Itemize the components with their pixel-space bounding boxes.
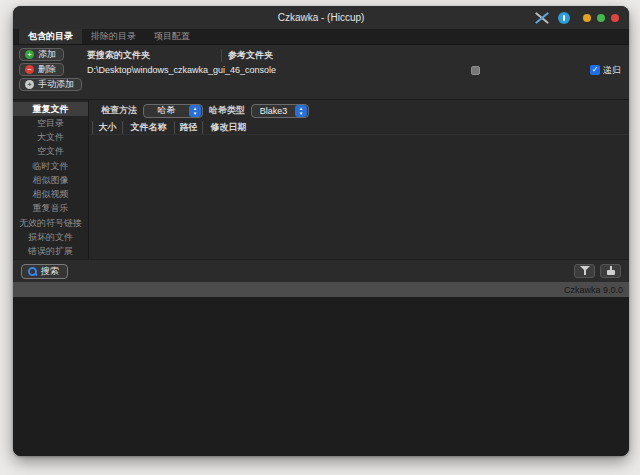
check-method-label: 检查方法 — [101, 104, 137, 117]
funnel-icon — [579, 266, 591, 276]
add-label: 添加 — [38, 48, 56, 61]
brush-button[interactable] — [600, 264, 621, 278]
recursive-label: 递归 — [603, 64, 621, 77]
title-bar: Czkawka - (Hiccup) — [13, 6, 629, 29]
log-panel[interactable] — [13, 297, 629, 456]
filter-button[interactable] — [574, 264, 595, 278]
sidebar-item-duplicate-files[interactable]: 重复文件 — [13, 102, 88, 116]
included-directories-table: 要搜索的文件夹 参考文件夹 D:\Desktop\windows_czkawka… — [83, 45, 629, 99]
hash-type-select[interactable]: Blake3 ▴▾ — [251, 104, 309, 118]
minimize-dot-icon[interactable] — [583, 14, 591, 22]
window-title: Czkawka - (Hiccup) — [278, 12, 365, 23]
check-method-select[interactable]: 哈希 ▴▾ — [143, 104, 203, 118]
recursive-option: ✓ 递归 — [563, 64, 629, 77]
minus-circle-icon: − — [25, 65, 34, 74]
stepper-icon[interactable]: ▴▾ — [295, 105, 307, 117]
sidebar-item-empty-directories[interactable]: 空目录 — [13, 116, 88, 130]
stepper-icon[interactable]: ▴▾ — [189, 105, 201, 117]
sidebar-item-empty-files[interactable]: 空文件 — [13, 145, 88, 159]
wrench-screwdriver-icon — [535, 12, 549, 24]
maximize-dot-icon[interactable] — [597, 14, 605, 22]
sidebar-item-music-duplicates[interactable]: 重复音乐 — [13, 202, 88, 216]
hash-type-label: 哈希类型 — [209, 104, 245, 117]
remove-directory-button[interactable]: − 删除 — [19, 63, 64, 76]
sidebar-item-invalid-symlinks[interactable]: 无效的符号链接 — [13, 216, 88, 230]
column-path[interactable]: 路径 — [174, 121, 202, 134]
sidebar-item-temporary-files[interactable]: 临时文件 — [13, 159, 88, 173]
column-file-name[interactable]: 文件名称 — [122, 121, 174, 134]
directories-panel: + 添加 − 删除 + 手动添加 要搜索的文件夹 参考文件夹 D:\Deskto… — [13, 45, 629, 99]
status-bar: Czkawka 9.0.0 — [13, 282, 629, 297]
about-button[interactable] — [558, 12, 570, 24]
tool-sidebar: 重复文件 空目录 大文件 空文件 临时文件 相似图像 相似视频 重复音乐 无效的… — [13, 100, 89, 259]
column-reference-folders: 参考文件夹 — [222, 49, 629, 62]
column-modification-date[interactable]: 修改日期 — [202, 121, 254, 134]
plus-circle-outline-icon: + — [25, 80, 34, 89]
results-table-body[interactable] — [89, 135, 629, 259]
app-window: Czkawka - (Hiccup) 包含的目录 排除的目录 项目配置 — [13, 6, 629, 456]
directory-path[interactable]: D:\Desktop\windows_czkawka_gui_46_consol… — [83, 65, 387, 75]
close-dot-icon[interactable] — [611, 14, 619, 22]
brush-icon — [605, 266, 617, 276]
tab-excluded-directories[interactable]: 排除的目录 — [82, 29, 145, 44]
add-directory-button[interactable]: + 添加 — [19, 48, 64, 61]
results-panel: 检查方法 哈希 ▴▾ 哈希类型 Blake3 ▴▾ 大小 文件名称 路径 修改日… — [89, 100, 629, 259]
main-area: 重复文件 空目录 大文件 空文件 临时文件 相似图像 相似视频 重复音乐 无效的… — [13, 99, 629, 259]
settings-button[interactable] — [534, 11, 549, 24]
remove-label: 删除 — [38, 63, 56, 76]
manual-add-button[interactable]: + 手动添加 — [19, 78, 82, 91]
sidebar-item-big-files[interactable]: 大文件 — [13, 131, 88, 145]
app-version: Czkawka 9.0.0 — [564, 285, 623, 295]
sidebar-item-broken-files[interactable]: 损坏的文件 — [13, 230, 88, 244]
column-search-folders: 要搜索的文件夹 — [83, 49, 222, 62]
manual-add-label: 手动添加 — [38, 78, 74, 91]
tab-included-directories[interactable]: 包含的目录 — [19, 29, 82, 44]
directory-tabs: 包含的目录 排除的目录 项目配置 — [13, 29, 629, 45]
reference-cell — [387, 66, 563, 75]
results-table-header: 大小 文件名称 路径 修改日期 — [89, 121, 629, 135]
sidebar-item-bad-extensions[interactable]: 错误的扩展 — [13, 245, 88, 259]
bottom-right-buttons — [574, 264, 621, 278]
titlebar-actions — [534, 6, 619, 29]
column-size[interactable]: 大小 — [92, 121, 122, 134]
search-button[interactable]: 搜索 — [21, 264, 68, 279]
sidebar-item-similar-images[interactable]: 相似图像 — [13, 173, 88, 187]
sidebar-item-similar-videos[interactable]: 相似视频 — [13, 188, 88, 202]
tab-project-config[interactable]: 项目配置 — [145, 29, 199, 44]
directory-buttons: + 添加 − 删除 + 手动添加 — [13, 45, 83, 99]
directory-row[interactable]: D:\Desktop\windows_czkawka_gui_46_consol… — [83, 62, 629, 78]
recursive-checkbox[interactable]: ✓ — [590, 65, 600, 75]
search-label: 搜索 — [41, 265, 59, 278]
bottom-action-bar: 搜索 — [13, 259, 629, 282]
directories-table-header: 要搜索的文件夹 参考文件夹 — [83, 49, 629, 62]
reference-checkbox[interactable] — [471, 66, 480, 75]
info-icon — [563, 15, 565, 21]
plus-circle-icon: + — [25, 50, 34, 59]
scan-settings-row: 检查方法 哈希 ▴▾ 哈希类型 Blake3 ▴▾ — [89, 100, 629, 121]
magnifier-icon — [28, 267, 37, 276]
window-controls — [583, 14, 619, 22]
